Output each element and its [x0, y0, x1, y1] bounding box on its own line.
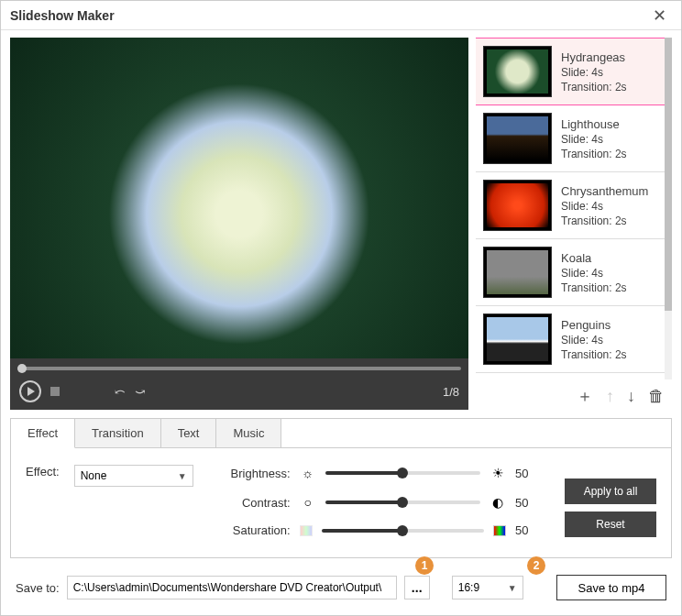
- effect-selector: Effect: None ▼: [26, 465, 193, 537]
- stop-button[interactable]: [50, 387, 60, 396]
- preview-column: ⤺ ⤻ 1/8: [10, 38, 468, 412]
- aspect-value: 16:9: [458, 581, 479, 594]
- close-icon[interactable]: ✕: [647, 6, 672, 26]
- slide-info: KoalaSlide: 4sTransition: 2s: [561, 247, 627, 298]
- preview-image: [10, 38, 468, 358]
- slide-duration: Slide: 4s: [561, 334, 627, 346]
- slide-item[interactable]: PenguinsSlide: 4sTransition: 2s: [476, 306, 665, 373]
- apply-all-button[interactable]: Apply to all: [565, 478, 656, 504]
- slide-list-column: HydrangeasSlide: 4sTransition: 2sLightho…: [476, 38, 672, 412]
- thumbnail-image: [487, 50, 548, 94]
- tab-transition[interactable]: Transition: [75, 419, 161, 447]
- effect-label: Effect:: [26, 465, 60, 478]
- aspect-dropdown[interactable]: 16:9 ▼: [452, 576, 523, 600]
- rotate-left-icon[interactable]: ⤺: [115, 384, 126, 399]
- contrast-label: Contrast:: [221, 496, 291, 510]
- slide-transition: Transition: 2s: [561, 281, 627, 294]
- app-window: Slideshow Maker ✕ ⤺ ⤻: [0, 0, 682, 616]
- slide-transition: Transition: 2s: [561, 148, 627, 160]
- slide-thumbnail: [483, 46, 552, 97]
- slide-item[interactable]: KoalaSlide: 4sTransition: 2s: [476, 239, 665, 306]
- slide-info: ChrysanthemumSlide: 4sTransition: 2s: [561, 180, 648, 231]
- slide-name: Lighthouse: [561, 117, 627, 131]
- slide-info: PenguinsSlide: 4sTransition: 2s: [561, 314, 627, 365]
- slide-name: Hydrangeas: [561, 50, 627, 64]
- slide-thumbnail: [483, 247, 552, 298]
- effect-dropdown[interactable]: None ▼: [74, 465, 193, 487]
- move-up-icon[interactable]: ↑: [606, 387, 614, 406]
- tab-effect[interactable]: Effect: [11, 419, 75, 448]
- effect-body: Effect: None ▼ Brightness: ☼ ☀ 50 Contra…: [11, 448, 671, 554]
- contrast-row: Contrast: ○ ◐ 50: [221, 494, 537, 511]
- contrast-slider[interactable]: [325, 500, 480, 504]
- marker-2: 2: [527, 556, 545, 575]
- tab-text[interactable]: Text: [161, 419, 217, 447]
- slide-counter: 1/8: [443, 385, 459, 399]
- sliders: Brightness: ☼ ☀ 50 Contrast: ○ ◐ 50 Satu…: [221, 465, 537, 537]
- timeline-track[interactable]: [17, 367, 461, 370]
- thumbnail-image: [487, 116, 548, 160]
- play-button[interactable]: [19, 380, 41, 402]
- slide-item[interactable]: HydrangeasSlide: 4sTransition: 2s: [476, 38, 665, 105]
- timeline[interactable]: [10, 358, 468, 373]
- rotate-right-icon[interactable]: ⤻: [135, 384, 146, 399]
- tab-music[interactable]: Music: [216, 419, 281, 447]
- timeline-handle[interactable]: [17, 364, 27, 373]
- slide-list[interactable]: HydrangeasSlide: 4sTransition: 2sLightho…: [476, 38, 665, 380]
- saturation-low-icon: [300, 525, 313, 536]
- slide-transition: Transition: 2s: [561, 348, 627, 361]
- thumbnail-image: [487, 317, 548, 361]
- saturation-row: Saturation: 50: [221, 523, 537, 537]
- save-path-input[interactable]: [67, 576, 397, 600]
- thumbnail-image: [487, 250, 548, 294]
- saturation-knob[interactable]: [397, 525, 408, 536]
- main-area: ⤺ ⤻ 1/8 HydrangeasSlide: 4sTransition: 2…: [1, 30, 681, 412]
- effects-panel: Effect Transition Text Music Effect: Non…: [10, 418, 672, 558]
- save-to-label: Save to:: [16, 581, 60, 595]
- sun-low-icon: ☼: [300, 465, 316, 481]
- action-buttons: Apply to all Reset: [565, 465, 656, 537]
- save-mp4-button[interactable]: Save to mp4: [556, 575, 666, 600]
- chevron-down-icon: ▼: [508, 583, 517, 593]
- slide-info: HydrangeasSlide: 4sTransition: 2s: [561, 46, 627, 97]
- move-down-icon[interactable]: ↓: [627, 387, 635, 406]
- titlebar: Slideshow Maker ✕: [1, 1, 681, 30]
- slide-name: Koala: [561, 251, 627, 265]
- scrollbar-thumb[interactable]: [665, 38, 672, 311]
- effect-dropdown-value: None: [81, 469, 107, 482]
- player-controls: ⤺ ⤻ 1/8: [10, 358, 468, 410]
- slide-item[interactable]: ChrysanthemumSlide: 4sTransition: 2s: [476, 172, 665, 239]
- saturation-slider[interactable]: [322, 529, 484, 533]
- play-icon: [28, 387, 35, 396]
- brightness-value: 50: [515, 467, 537, 480]
- delete-icon[interactable]: 🗑: [648, 387, 665, 406]
- saturation-high-icon: [493, 525, 506, 536]
- slide-duration: Slide: 4s: [561, 133, 627, 146]
- slide-transition: Transition: 2s: [561, 81, 627, 94]
- window-title: Slideshow Maker: [10, 8, 115, 23]
- chevron-down-icon: ▼: [178, 471, 187, 481]
- slide-duration: Slide: 4s: [561, 66, 627, 79]
- slide-thumbnail: [483, 180, 552, 231]
- contrast-value: 50: [515, 496, 537, 510]
- tabs: Effect Transition Text Music: [11, 419, 671, 448]
- slide-duration: Slide: 4s: [561, 200, 648, 213]
- brightness-label: Brightness:: [221, 467, 291, 480]
- slide-name: Chrysanthemum: [561, 184, 648, 198]
- slide-name: Penguins: [561, 318, 627, 332]
- saturation-value: 50: [515, 523, 537, 537]
- reset-button[interactable]: Reset: [565, 512, 656, 537]
- brightness-slider[interactable]: [325, 471, 480, 475]
- slide-duration: Slide: 4s: [561, 267, 627, 280]
- scrollbar[interactable]: [665, 38, 672, 380]
- contrast-knob[interactable]: [397, 497, 408, 508]
- save-row: Save to: ... 16:9 ▼ Save to mp4 1 2: [1, 564, 681, 615]
- brightness-row: Brightness: ☼ ☀ 50: [221, 465, 537, 481]
- thumbnail-image: [487, 183, 548, 227]
- slide-info: LighthouseSlide: 4sTransition: 2s: [561, 113, 627, 164]
- brightness-knob[interactable]: [397, 468, 408, 478]
- browse-button[interactable]: ...: [404, 576, 430, 600]
- control-row: ⤺ ⤻ 1/8: [10, 373, 468, 410]
- add-icon[interactable]: ＋: [577, 385, 593, 407]
- slide-item[interactable]: LighthouseSlide: 4sTransition: 2s: [476, 105, 665, 172]
